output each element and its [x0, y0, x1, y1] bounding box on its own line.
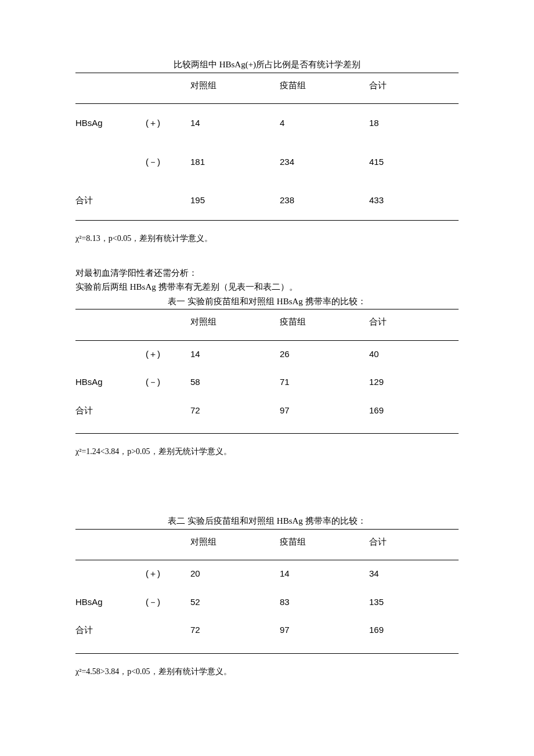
table-row: (＋) 14 26 40: [75, 340, 459, 369]
table2-note: χ²=1.24<3.84，p>0.05，差别无统计学意义。: [75, 445, 459, 458]
cell: 238: [280, 181, 369, 220]
table3-sign-pos: (＋): [146, 560, 190, 589]
cell: 72: [190, 397, 280, 434]
cell: 97: [280, 397, 369, 434]
table-row: (＋) 20 14 34: [75, 560, 459, 589]
cell: 234: [280, 143, 369, 182]
table3-caption: 表二 实验后疫苗组和对照组 HBsAg 携带率的比较：: [75, 514, 459, 528]
table-row: HBsAg (－) 58 71 129: [75, 369, 459, 397]
table1: 对照组 疫苗组 合计 HBsAg (＋) 14 4 18 (－) 181 234…: [75, 73, 459, 221]
cell: 169: [369, 397, 459, 434]
table1-header-vaccine: 疫苗组: [280, 73, 369, 104]
table2-caption: 表一 实验前疫苗组和对照组 HBsAg 携带率的比较：: [75, 295, 459, 308]
cell: 40: [369, 340, 459, 369]
cell: 14: [190, 340, 280, 369]
table3-header-total: 合计: [369, 529, 459, 560]
table2-header-total: 合计: [369, 309, 459, 341]
cell: 181: [190, 143, 280, 182]
table3-rowlabel: HBsAg: [75, 589, 146, 617]
table3-total-label: 合计: [75, 617, 146, 653]
table1-sign-pos: (＋): [146, 104, 190, 143]
table-row: 合计 72 97 169: [75, 397, 459, 434]
cell: 58: [190, 369, 280, 397]
cell: 415: [369, 143, 459, 182]
table2-rowlabel: HBsAg: [75, 369, 146, 397]
table2-sign-pos: (＋): [146, 340, 190, 369]
cell: 14: [190, 104, 280, 143]
cell: 72: [190, 617, 280, 653]
table1-header-row: 对照组 疫苗组 合计: [75, 73, 459, 104]
table-row: 合计 72 97 169: [75, 617, 459, 653]
table-row: HBsAg (＋) 14 4 18: [75, 104, 459, 143]
table1-total-label: 合计: [75, 181, 146, 220]
table2-header-row: 对照组 疫苗组 合计: [75, 309, 459, 341]
cell: 34: [369, 560, 459, 589]
table2-total-label: 合计: [75, 397, 146, 434]
table-row: HBsAg (－) 52 83 135: [75, 589, 459, 617]
cell: 71: [280, 369, 369, 397]
cell: 433: [369, 181, 459, 220]
table-row: (－) 181 234 415: [75, 143, 459, 182]
paragraph-1: 对最初血清学阳性者还需分析：: [75, 267, 459, 280]
table2-header-vaccine: 疫苗组: [280, 309, 369, 341]
paragraph-2: 实验前后两组 HBsAg 携带率有无差别（见表一和表二）。: [75, 280, 459, 294]
table3-header-control: 对照组: [190, 529, 280, 560]
table3-note: χ²=4.58>3.84，p<0.05，差别有统计学意义。: [75, 665, 459, 678]
cell: 195: [190, 181, 280, 220]
cell: 129: [369, 369, 459, 397]
table3-sign-neg: (－): [146, 589, 190, 617]
table1-caption: 比较两组中 HBsAg(+)所占比例是否有统计学差别: [75, 58, 459, 71]
table2-sign-neg: (－): [146, 369, 190, 397]
table1-rowlabel: HBsAg: [75, 104, 146, 143]
cell: 14: [280, 560, 369, 589]
cell: 26: [280, 340, 369, 369]
table3: 对照组 疫苗组 合计 (＋) 20 14 34 HBsAg (－) 52 83 …: [75, 529, 459, 654]
cell: 20: [190, 560, 280, 589]
table3-header-vaccine: 疫苗组: [280, 529, 369, 560]
table-row: 合计 195 238 433: [75, 181, 459, 220]
table1-header-control: 对照组: [190, 73, 280, 104]
cell: 97: [280, 617, 369, 653]
cell: 135: [369, 589, 459, 617]
table2: 对照组 疫苗组 合计 (＋) 14 26 40 HBsAg (－) 58 71 …: [75, 309, 459, 434]
table1-sign-neg: (－): [146, 143, 190, 182]
table1-note: χ²=8.13，p<0.05，差别有统计学意义。: [75, 232, 459, 244]
table2-header-control: 对照组: [190, 309, 280, 341]
cell: 4: [280, 104, 369, 143]
cell: 52: [190, 589, 280, 617]
cell: 83: [280, 589, 369, 617]
cell: 18: [369, 104, 459, 143]
table1-header-total: 合计: [369, 73, 459, 104]
table3-header-row: 对照组 疫苗组 合计: [75, 529, 459, 560]
cell: 169: [369, 617, 459, 653]
